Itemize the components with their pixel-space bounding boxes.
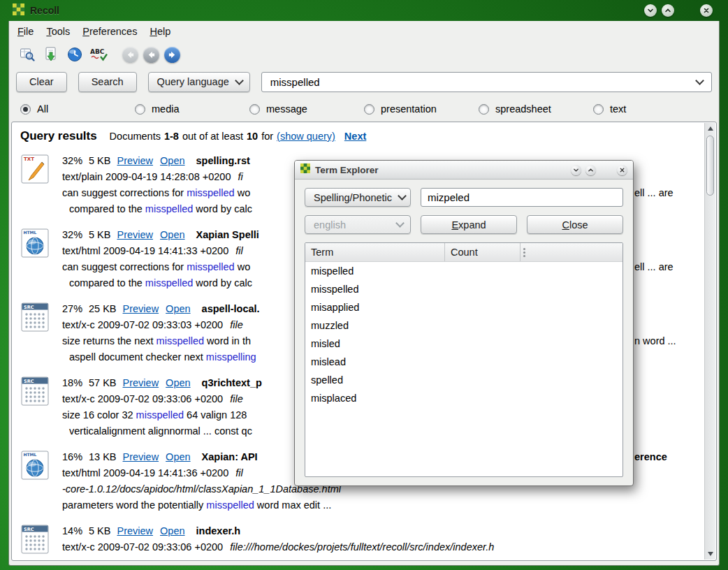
preview-link[interactable]: Preview <box>117 155 153 166</box>
scroll-down-icon[interactable] <box>705 548 715 560</box>
snippet-segment: can suggest corrections for <box>62 187 187 198</box>
relevance-percent: 18% <box>62 377 82 388</box>
title-fragment: erence <box>634 449 667 465</box>
dialog-title: Term Explorer <box>315 165 379 175</box>
filter-message[interactable]: message <box>249 103 364 115</box>
menu-file[interactable]: File <box>17 26 34 37</box>
snippet-segment: verticalalignment alignnormal ... const … <box>69 425 252 437</box>
snippet-segment: word in th <box>204 335 251 346</box>
svg-text:SRC: SRC <box>24 305 34 310</box>
scrollbar-thumb[interactable] <box>706 136 714 196</box>
term-row[interactable]: spelled <box>305 371 623 389</box>
back-button[interactable] <box>143 47 159 63</box>
filter-media[interactable]: media <box>135 103 249 115</box>
update-index-icon[interactable] <box>41 45 60 64</box>
expand-button[interactable]: Expand <box>421 215 517 234</box>
snippet-segment: can suggest corrections for <box>62 261 187 272</box>
term-column-header[interactable]: Term <box>305 243 445 261</box>
clear-button[interactable]: Clear <box>16 72 67 92</box>
results-header: Query results Documents 1-8 out of at le… <box>19 129 705 143</box>
term-row[interactable]: misplaced <box>305 389 623 407</box>
scroll-up-icon[interactable] <box>705 123 715 134</box>
filter-label: All <box>37 103 48 115</box>
term-rows: mispelledmisspelledmisappliedmuzzledmisl… <box>305 262 623 407</box>
menu-tools[interactable]: Tools <box>46 26 70 37</box>
mime-and-date: text/x-c 2009-07-02 09:33:03 +0200 <box>62 319 223 330</box>
source-file-icon: SRC <box>19 523 52 557</box>
dialog-titlebar[interactable]: Term Explorer <box>295 161 633 180</box>
result-item: SRC14%5 KBPreviewOpenindexer.htext/x-c 2… <box>19 523 705 557</box>
category-filters: Allmediamessagepresentationspreadsheette… <box>9 96 719 122</box>
recoll-app-icon <box>13 3 24 18</box>
preview-link[interactable]: Preview <box>123 303 159 314</box>
clear-search-icon[interactable] <box>17 45 36 64</box>
term-row[interactable]: mispelled <box>305 262 623 280</box>
relevance-percent: 14% <box>62 525 82 536</box>
svg-text:HTML: HTML <box>24 230 37 235</box>
term-row[interactable]: misapplied <box>305 298 623 316</box>
close-dialog-button[interactable]: Close <box>527 215 623 234</box>
term-row[interactable]: misspelled <box>305 280 623 298</box>
menu-preferences[interactable]: Preferences <box>82 26 137 37</box>
menu-help[interactable]: Help <box>150 26 170 37</box>
snippet-fragment: ell ... are <box>634 259 674 275</box>
relevance-percent: 16% <box>62 451 82 462</box>
expansion-mode-select[interactable]: Spelling/Phonetic <box>305 188 411 207</box>
open-link[interactable]: Open <box>160 525 184 536</box>
back-disabled-button[interactable] <box>122 47 138 63</box>
filter-presentation[interactable]: presentation <box>364 103 479 115</box>
next-page-link[interactable]: Next <box>344 131 366 142</box>
result-title: aspell-local. <box>202 303 260 314</box>
search-entry[interactable]: misspelled <box>261 72 712 92</box>
open-link[interactable]: Open <box>160 155 184 166</box>
relevance-percent: 32% <box>62 229 82 240</box>
term-table-header[interactable]: Term Count <box>305 243 623 262</box>
term-row[interactable]: mislead <box>305 353 623 371</box>
search-button[interactable]: Search <box>78 72 137 92</box>
results-summary: Documents 1-8 out of at least 10 for (sh… <box>110 131 367 142</box>
term-cell: misapplied <box>305 302 445 313</box>
show-query-link[interactable]: (show query) <box>277 131 335 142</box>
column-handle-icon[interactable] <box>520 243 527 261</box>
history-icon[interactable] <box>65 45 84 64</box>
snippet-segment: 64 valign 128 <box>184 409 247 421</box>
open-link[interactable]: Open <box>166 377 190 388</box>
dialog-maximize-button[interactable] <box>585 165 596 175</box>
file-size: 13 KB <box>89 451 117 462</box>
radio-icon <box>249 104 260 115</box>
term-row[interactable]: muzzled <box>305 316 623 335</box>
preview-link[interactable]: Preview <box>117 525 153 536</box>
preview-link[interactable]: Preview <box>123 451 159 462</box>
open-link[interactable]: Open <box>166 451 190 462</box>
results-title: Query results <box>20 129 97 143</box>
results-scrollbar[interactable] <box>704 123 715 560</box>
snippet-segment: wo <box>235 187 251 198</box>
maximize-button[interactable] <box>662 4 674 17</box>
window-titlebar[interactable]: Recoll <box>8 0 720 21</box>
mime-and-date: text/html 2009-04-19 14:41:33 +0200 <box>62 245 228 256</box>
term-cell: misled <box>305 338 445 349</box>
filter-spreadsheet[interactable]: spreadsheet <box>479 103 593 115</box>
filter-text[interactable]: text <box>593 103 708 115</box>
term-row[interactable]: misled <box>305 335 623 353</box>
shade-button[interactable] <box>644 4 657 17</box>
language-select[interactable]: english <box>305 215 411 234</box>
close-button[interactable] <box>700 4 713 17</box>
file-size: 25 KB <box>89 303 117 314</box>
radio-icon <box>479 104 489 115</box>
file-size: 5 KB <box>89 155 110 166</box>
filter-all[interactable]: All <box>20 103 135 115</box>
preview-link[interactable]: Preview <box>123 377 159 388</box>
dialog-shade-button[interactable] <box>571 165 581 175</box>
term-input[interactable] <box>421 188 623 207</box>
term-explorer-icon[interactable]: ABC <box>89 45 108 64</box>
preview-link[interactable]: Preview <box>117 229 153 240</box>
dialog-close-button[interactable] <box>617 165 627 175</box>
count-column-header[interactable]: Count <box>445 243 520 261</box>
open-link[interactable]: Open <box>160 229 184 240</box>
snippet-segment: compared to the <box>69 203 145 214</box>
open-link[interactable]: Open <box>166 303 190 314</box>
query-language-select[interactable]: Query language <box>148 72 250 92</box>
forward-button[interactable] <box>164 47 180 63</box>
filter-label: message <box>266 103 307 115</box>
